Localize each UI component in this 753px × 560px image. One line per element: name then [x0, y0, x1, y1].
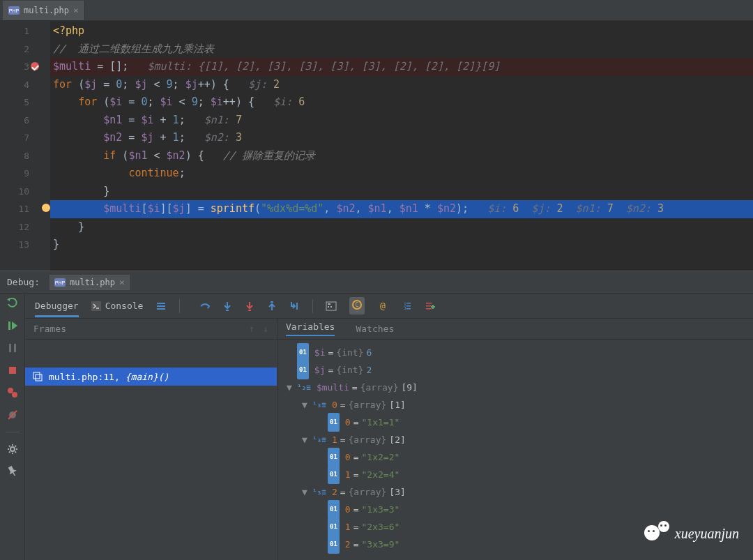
close-icon[interactable]: ×: [119, 277, 125, 287]
intention-bulb-icon[interactable]: [42, 204, 50, 212]
svg-rect-22: [328, 303, 330, 305]
svg-point-9: [12, 392, 17, 398]
tab-watches[interactable]: Watches: [356, 324, 394, 334]
svg-rect-14: [157, 303, 165, 304]
debug-config-tab[interactable]: PHP multi.php ×: [50, 275, 130, 290]
step-over-icon[interactable]: [199, 301, 211, 312]
code-line[interactable]: }: [50, 236, 753, 254]
code-line[interactable]: }: [50, 183, 753, 201]
variable-row[interactable]: 010 = "1x2=2": [284, 448, 746, 466]
svg-rect-24: [330, 306, 332, 308]
editor-tabs-bar: PHP multi.php ×: [0, 0, 753, 21]
code-line[interactable]: // 通过二维数组生成九九乘法表: [50, 40, 753, 59]
variable-row[interactable]: 010 = "1x3=3": [284, 501, 746, 518]
svg-rect-37: [36, 374, 42, 381]
svg-rect-33: [426, 303, 432, 304]
svg-text:3: 3: [404, 305, 406, 310]
frames-stack-icon: [32, 371, 43, 382]
console-icon: [91, 301, 101, 311]
svg-rect-23: [328, 306, 329, 308]
frames-title: Frames: [33, 324, 66, 334]
fold-bar[interactable]: [40, 21, 50, 271]
force-step-into-icon[interactable]: [244, 301, 255, 312]
debug-sidebar: [0, 294, 25, 560]
variable-row[interactable]: ▼¹₃≡2 = {array} [3]: [284, 483, 746, 501]
svg-text:PHP: PHP: [55, 280, 66, 285]
svg-rect-20: [296, 303, 298, 310]
php-file-icon: PHP: [8, 5, 20, 16]
sort-icon[interactable]: 13: [401, 301, 412, 312]
line-number-gutter[interactable]: 12345678910111213: [0, 21, 40, 271]
trace-icon[interactable]: C: [351, 299, 363, 310]
code-line[interactable]: continue;: [50, 165, 753, 183]
at-icon[interactable]: @: [377, 301, 388, 312]
svg-rect-15: [157, 305, 165, 307]
code-line[interactable]: $n2 = $j + 1; $n2: 3: [50, 129, 753, 147]
debug-panel: Debug: PHP multi.php × Debugger Console: [0, 271, 753, 560]
variable-row[interactable]: 011 = "2x2=4": [284, 466, 746, 483]
code-editor: 12345678910111213 <?php// 通过二维数组生成九九乘法表$…: [0, 21, 753, 271]
add-watch-icon[interactable]: [425, 301, 436, 312]
close-icon[interactable]: ×: [73, 5, 79, 15]
step-out-icon[interactable]: [266, 301, 277, 312]
variable-row[interactable]: 01$i = {int} 6: [284, 344, 746, 361]
svg-rect-4: [8, 321, 10, 330]
code-line[interactable]: }: [50, 218, 753, 236]
debug-body: Debugger Console C @ 13: [0, 294, 753, 560]
svg-rect-34: [426, 305, 432, 307]
pause-icon[interactable]: [7, 342, 18, 354]
svg-rect-31: [406, 305, 411, 307]
code-line[interactable]: $multi[$i][$j] = sprintf("%dx%d=%d", $n2…: [50, 200, 753, 218]
tab-debugger[interactable]: Debugger: [35, 301, 79, 317]
svg-point-12: [10, 447, 15, 451]
frame-row[interactable]: multi.php:11, {main}(): [25, 368, 277, 386]
view-breakpoints-icon[interactable]: [7, 387, 18, 398]
svg-text:@: @: [381, 301, 386, 311]
step-into-icon[interactable]: [222, 301, 233, 312]
svg-rect-5: [9, 344, 11, 352]
variable-row[interactable]: 01$j = {int} 2: [284, 361, 746, 379]
debug-file-label: multi.php: [70, 278, 115, 287]
frames-header: Frames ↑ ↓: [25, 319, 277, 340]
resume-icon[interactable]: [7, 320, 18, 331]
code-line[interactable]: if ($n1 < $n2) { // 摒除重复的记录: [50, 147, 753, 165]
frame-down-icon[interactable]: ↓: [263, 324, 268, 334]
stop-icon[interactable]: [7, 365, 18, 376]
variable-row[interactable]: ▼¹₃≡1 = {array} [2]: [284, 431, 746, 448]
vars-tabs: Variables Watches: [277, 319, 753, 340]
rerun-icon[interactable]: [7, 298, 18, 309]
svg-text:PHP: PHP: [9, 8, 20, 13]
mute-breakpoints-icon[interactable]: [7, 409, 18, 421]
variable-row[interactable]: ▼¹₃≡0 = {array} [1]: [284, 396, 746, 414]
pin-icon[interactable]: [7, 466, 18, 477]
settings-icon[interactable]: [7, 444, 18, 455]
evaluate-expression-icon[interactable]: [326, 301, 337, 312]
svg-text:C: C: [356, 302, 359, 308]
frame-up-icon[interactable]: ↑: [249, 324, 254, 334]
threads-icon[interactable]: [155, 301, 167, 312]
file-tab-label: multi.php: [24, 6, 69, 15]
file-tab[interactable]: PHP multi.php ×: [3, 1, 85, 20]
variable-row[interactable]: 010 = "1x1=1": [284, 414, 746, 431]
debug-label: Debug:: [7, 277, 40, 287]
run-to-cursor-icon[interactable]: [289, 301, 300, 312]
code-line[interactable]: <?php: [50, 22, 753, 40]
frames-panel: Frames ↑ ↓ multi.php:11, {main}(): [25, 319, 277, 560]
code-area[interactable]: <?php// 通过二维数组生成九九乘法表$multi = []; $multi…: [50, 21, 753, 271]
code-line[interactable]: for ($j = 0; $j < 9; $j++) { $j: 2: [50, 76, 753, 94]
svg-rect-30: [406, 303, 411, 304]
tab-console[interactable]: Console: [91, 301, 144, 311]
code-line[interactable]: $n1 = $i + 1; $n1: 7: [50, 112, 753, 130]
frame-file: multi.php:11,: [49, 372, 120, 382]
svg-rect-19: [271, 301, 273, 303]
code-line[interactable]: for ($i = 0; $i < 9; $i++) { $i: 6: [50, 93, 753, 112]
tab-variables[interactable]: Variables: [286, 321, 335, 336]
code-line[interactable]: $multi = []; $multi: {[1], [2], [3], [3]…: [50, 58, 753, 76]
svg-rect-6: [14, 344, 16, 352]
watermark-text: xueyuanjun: [675, 526, 739, 542]
svg-rect-16: [157, 308, 165, 310]
svg-rect-17: [226, 310, 229, 311]
frame-nav: ↑ ↓: [249, 324, 268, 334]
php-file-icon: PHP: [54, 277, 66, 288]
variable-row[interactable]: ▼¹₃≡$multi = {array} [9]: [284, 379, 746, 396]
